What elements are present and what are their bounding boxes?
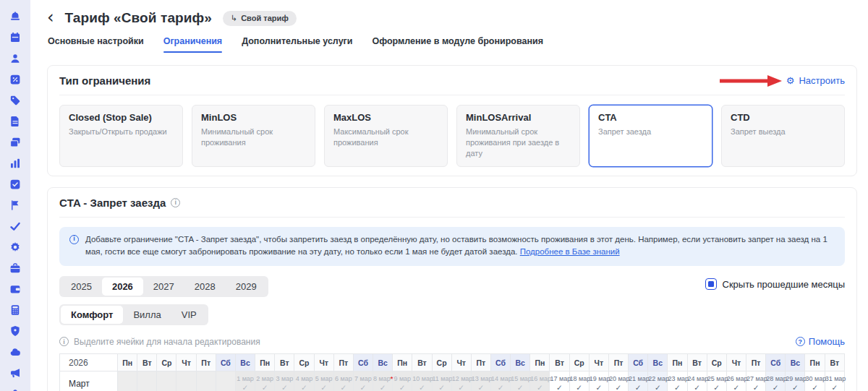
calendar-day-cell[interactable]: 13 мар✓	[471, 371, 490, 391]
back-chevron-icon[interactable]: ‹	[47, 10, 54, 25]
chart-icon[interactable]	[8, 156, 22, 171]
hide-past-months-checkbox[interactable]: Скрыть прошедшие месяцы	[705, 278, 845, 290]
weekday-header: Вс	[786, 354, 805, 371]
restriction-card-maxlos[interactable]: MaxLOSМаксимальный срок проживания	[324, 105, 448, 167]
room-tab-vip[interactable]: VIP	[171, 306, 207, 324]
megaphone-icon[interactable]	[8, 366, 22, 380]
restriction-type-section: Тип ограничения ⚙ Настроить Closed (Stop…	[47, 65, 857, 176]
check-icon: ✓	[805, 383, 824, 391]
calendar-day-cell[interactable]: 5 мар✓	[314, 371, 333, 391]
weekday-header: Сб	[766, 354, 786, 371]
configure-label: Настроить	[799, 75, 845, 86]
configure-button[interactable]: ⚙ Настроить	[786, 75, 845, 86]
cards-icon[interactable]	[8, 135, 22, 150]
tab-основные[interactable]: Основные настройки	[48, 36, 144, 53]
gear-icon[interactable]	[8, 240, 22, 254]
calendar-empty-cell	[176, 371, 196, 391]
calendar-day-cell[interactable]: 27 мар✓	[746, 371, 766, 391]
calendar-day-cell[interactable]: 31 мар✓	[825, 371, 844, 391]
weekday-header: Пт	[333, 354, 353, 371]
calendar-day-cell[interactable]: 28 мар✓	[766, 371, 786, 391]
hide-past-months-label: Скрыть прошедшие месяцы	[723, 279, 845, 290]
weekday-header: Вс	[235, 354, 255, 371]
shield-icon[interactable]	[8, 324, 22, 338]
room-tab-комфорт[interactable]: Комфорт	[61, 306, 123, 324]
calendar-day-cell[interactable]: 12 мар✓	[451, 371, 471, 391]
tag-icon[interactable]	[8, 93, 22, 108]
restriction-card-minlos[interactable]: MinLOSМинимальный срок проживания	[192, 105, 315, 167]
year-tab-2025[interactable]: 2025	[61, 278, 102, 296]
calendar-day-cell[interactable]: 24 мар✓	[687, 371, 707, 391]
calendar-icon[interactable]	[8, 30, 22, 45]
cloud-icon[interactable]	[8, 345, 22, 359]
calendar-day-cell[interactable]: 22 мар✓	[648, 371, 668, 391]
weekday-header: Пн	[255, 354, 275, 371]
calendar-day-cell[interactable]: 20 мар✓	[608, 371, 628, 391]
calendar-day-cell[interactable]: 11 мар✓	[432, 371, 451, 391]
calendar-year-cell: 2026	[60, 354, 118, 371]
calendar-day-cell[interactable]: 9 мар✓	[393, 371, 412, 391]
calendar-day-cell[interactable]: 23 мар✓	[668, 371, 687, 391]
calendar-day-cell[interactable]: 6 мар✓	[333, 371, 353, 391]
bell-icon[interactable]	[8, 9, 22, 24]
calendar-day-cell[interactable]: 3 мар✓	[275, 371, 294, 391]
check-icon: ✓	[412, 383, 431, 391]
profile-icon[interactable]	[8, 387, 22, 391]
wallet-icon[interactable]	[8, 282, 22, 296]
calendar-day-cell[interactable]: 25 мар✓	[707, 371, 726, 391]
calendar-day-cell[interactable]: 21 мар✓	[629, 371, 648, 391]
document-icon[interactable]	[8, 114, 22, 129]
restriction-card-title: Closed (Stop Sale)	[69, 112, 174, 123]
calendar-day-cell[interactable]: 2 мар✓	[255, 371, 275, 391]
broom-icon[interactable]	[8, 219, 22, 233]
room-type-tabs: КомфортВиллаVIP	[59, 304, 208, 325]
check-icon: ✓	[393, 383, 412, 391]
calendar-day-cell[interactable]: 17 мар✓	[550, 371, 569, 391]
tab-оформление[interactable]: Оформление в модуле бронирования	[372, 36, 543, 53]
restriction-card-closed[interactable]: Closed (Stop Sale)Закрыть/Открыть продаж…	[59, 105, 183, 167]
year-tab-2026[interactable]: 2026	[102, 278, 143, 296]
calendar-day-cell[interactable]: 18 мар✓	[569, 371, 589, 391]
flag-icon[interactable]	[8, 198, 22, 212]
percent-icon[interactable]	[8, 72, 22, 87]
calendar-day-cell[interactable]: 7 мар✓	[353, 371, 373, 391]
calendar-day-cell[interactable]: 14 мар✓	[490, 371, 510, 391]
calendar-day-cell[interactable]: 26 мар✓	[726, 371, 746, 391]
page-title: Тариф «Свой тариф»	[65, 10, 212, 26]
tab-дополнительные[interactable]: Дополнительные услуги	[242, 36, 352, 53]
user-icon[interactable]	[8, 51, 22, 66]
weekday-header: Пт	[746, 354, 766, 371]
knowledge-base-link[interactable]: Подробнее в Базе знаний	[520, 247, 620, 256]
restriction-card-minlosarrival[interactable]: MinLOSArrivalМинимальный срок проживания…	[456, 105, 580, 167]
info-banner: i Добавьте ограничение "CTA - Запрет зае…	[59, 227, 845, 267]
briefcase-icon[interactable]	[8, 261, 22, 275]
year-tab-2029[interactable]: 2029	[226, 278, 267, 296]
check-icon: ✓	[727, 383, 746, 391]
calculator-icon[interactable]	[8, 303, 22, 317]
check-square-icon[interactable]	[8, 177, 22, 192]
calendar-day-cell[interactable]: 16 мар✓	[530, 371, 550, 391]
calendar-day-cell[interactable]: 4 мар✓	[294, 371, 314, 391]
help-link[interactable]: ? Помощь	[796, 336, 845, 347]
calendar-day-cell[interactable]: 15 мар✓	[511, 371, 530, 391]
check-icon: ✓	[294, 383, 313, 391]
calendar-day-cell[interactable]: 30 мар✓	[805, 371, 825, 391]
restriction-card-ctd[interactable]: CTDЗапрет выезда	[721, 105, 845, 167]
check-icon: ✓	[530, 383, 549, 391]
calendar-day-cell[interactable]: 8 мар*✓	[373, 371, 393, 391]
weekday-header: Ср	[157, 354, 176, 371]
calendar-day-cell[interactable]: 1 мар✓	[235, 371, 255, 391]
return-arrow-icon: ↳	[231, 14, 237, 23]
year-tab-2027[interactable]: 2027	[143, 278, 184, 296]
calendar-day-cell[interactable]: 19 мар✓	[589, 371, 608, 391]
info-icon[interactable]: i	[171, 198, 180, 207]
room-tab-вилла[interactable]: Вилла	[123, 306, 171, 324]
calendar-day-cell[interactable]: 10 мар✓	[412, 371, 432, 391]
calendar-day-cell[interactable]: 29 мар✓	[786, 371, 805, 391]
weekday-header: Чт	[176, 354, 196, 371]
calendar-header-row: 2026ПнВтСрЧтПтСбВсПнВтСрЧтПтСбВсПнВтСрЧт…	[60, 354, 845, 371]
restriction-card-cta[interactable]: CTAЗапрет заезда	[589, 105, 712, 167]
check-icon: ✓	[433, 383, 451, 391]
tab-ограничения[interactable]: Ограничения	[163, 36, 223, 53]
year-tab-2028[interactable]: 2028	[184, 278, 226, 296]
